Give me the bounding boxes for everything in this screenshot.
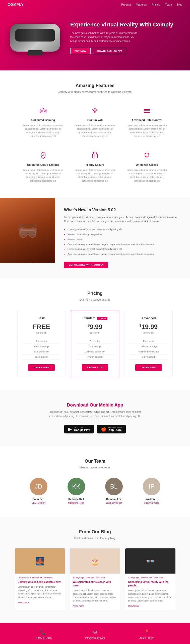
order-button-2[interactable]: ORDER NOW: [135, 364, 162, 371]
whats-new-item-1: Aenean commodo ligula eget dolor.: [64, 232, 182, 237]
nav-pricing[interactable]: Pricing: [152, 3, 160, 6]
pricing-feature-0-1: 100MB storage: [23, 344, 60, 349]
blog-post-1: 🎂 17 days ago · John Deo · 3min read We …: [70, 548, 120, 610]
feature-icon-1: [89, 105, 101, 116]
feature-item-4: Highly Secure Lorem ipsum dolor sit amet…: [72, 147, 118, 185]
features-section: Amazing Features Comply with plenty of a…: [0, 70, 190, 198]
blog-meta-2: 17 days ago · Kathrine Kaif · 3min read: [128, 577, 172, 579]
blog-post-2: 👓 17 days ago · Kathrine Kaif · 3min rea…: [125, 548, 175, 610]
order-button-0[interactable]: ORDER NOW: [28, 364, 55, 371]
nav-features[interactable]: Features: [136, 3, 147, 6]
footer-location-text: Austin, Texas: [140, 637, 154, 639]
pricing-feature-2-3: 24/7 support: [130, 354, 167, 360]
feature-icon-0: [37, 105, 49, 116]
team-member-3: IF Inza Farerri Customer Care: [135, 478, 168, 504]
svg-rect-5: [144, 109, 150, 110]
team-member-0: JD John Deo CEO, Comply: [22, 478, 55, 504]
pricing-feature-1-3: Priority support: [76, 354, 114, 360]
svg-rect-1: [43, 108, 44, 109]
blog-image-2: 👓: [125, 548, 175, 574]
feature-icon-3: [37, 149, 49, 161]
blog-meta-1: 17 days ago · John Deo · 3min read: [73, 577, 117, 579]
app-buttons: ▶ GET IT ON Google Play 🍎 Download on th…: [8, 425, 182, 433]
mobile-app-title: Download Our Mobile App: [8, 403, 182, 408]
whats-new-item-2: Aenean massa.: [64, 237, 182, 242]
hero-buttons: BUY NOW DOWNLOAD IOS APP: [70, 48, 182, 54]
whats-new-list: Lorem ipsum dolor sit amet, consectetur …: [64, 227, 182, 257]
svg-point-11: [145, 153, 146, 154]
hero-image: [8, 24, 63, 52]
blog-post-0: 🌉 11 days ago · Kathrine Kaif · 3min rea…: [15, 548, 65, 610]
nav-product[interactable]: Product: [121, 3, 131, 6]
google-play-button[interactable]: ▶ GET IT ON Google Play: [64, 425, 94, 433]
team-grid: JD John Deo CEO, Comply KK Kathrine Kaif…: [22, 478, 168, 504]
whats-new-title: What's New in Version 5.0?: [64, 208, 182, 212]
pricing-title: Pricing: [8, 291, 182, 296]
pricing-plan-advanced: Advanced $19.99 per month Free setupUnli…: [124, 310, 173, 377]
team-section: Our Team Meet our awesome team. JD John …: [0, 446, 190, 517]
nav-links: Product Features Pricing Team Blog: [121, 3, 182, 6]
whats-new-lead: Lorem ipsum dolor sit amet, consectetur …: [64, 215, 182, 223]
whats-new-item-5: Cum sociis natoque penatibus et magnis d…: [64, 252, 182, 257]
svg-point-13: [146, 156, 148, 158]
pricing-section: Pricing Our no-nonsense pricing. Basic F…: [0, 278, 190, 390]
whats-new-item-4: Lorem ipsum dolor sit amet, consectetur …: [64, 247, 182, 252]
svg-point-4: [94, 111, 96, 113]
feature-item-2: Advanced Rate Control Lorem ipsum dolor …: [123, 102, 170, 141]
footer: 📞 +1 (456) 87915 ✉ info@comply.com 📍 Aus…: [0, 623, 190, 644]
svg-rect-7: [144, 112, 150, 113]
mobile-app-section: Download Our Mobile App Lorem ipsum dolo…: [0, 390, 190, 446]
get-started-button[interactable]: GET STARTED WITH COMPLY: [64, 262, 108, 268]
blog-subtitle: The latest news from Comply blog.: [8, 537, 182, 540]
pricing-feature-2-0: Free setup: [130, 339, 167, 344]
pricing-feature-1-2: Unlimited bandwidth: [76, 349, 114, 354]
apple-icon: 🍎: [101, 427, 106, 431]
hero-description: The best gets even better. With 10 years…: [70, 31, 141, 43]
hero-heading: Experience Virtual Reality With Comply: [70, 21, 182, 28]
vr-headset-illustration: [10, 24, 60, 52]
svg-rect-6: [144, 110, 150, 111]
team-member-2: BL Brandon Lee Lead Developer: [98, 478, 130, 504]
blog-title: From Our Blog: [8, 529, 182, 535]
blog-image-0: 🌉: [15, 548, 65, 574]
team-avatar-3: IF: [143, 478, 160, 495]
feature-item-1: Built-in Wifi Lorem ipsum dolor sit amet…: [72, 102, 118, 141]
read-more-0[interactable]: Read more: [18, 601, 62, 604]
team-subtitle: Meet our awesome team.: [8, 466, 182, 469]
app-store-button[interactable]: 🍎 Download on the App Store: [97, 425, 126, 433]
team-avatar-2: BL: [105, 478, 123, 495]
team-title: Our Team: [8, 459, 182, 464]
whats-new-image: 🥽: [0, 198, 55, 263]
pricing-cards: Basic FREE per month Free setup100MB sto…: [17, 310, 173, 377]
pricing-subtitle: Our no-nonsense pricing.: [8, 298, 182, 301]
navbar: COMPLY Product Features Pricing Team Blo…: [0, 0, 190, 9]
feature-icon-5: [141, 149, 153, 161]
order-button-1[interactable]: ORDER NOW: [82, 364, 108, 371]
nav-team[interactable]: Team: [165, 3, 172, 6]
blog-excerpt-1: Lorem ipsum dolor sit amet, consectetur …: [73, 589, 117, 602]
blog-meta-0: 11 days ago · Kathrine Kaif · 3min read: [18, 577, 62, 579]
feature-item-0: Unlimited Gaming Lorem ipsum dolor sit a…: [20, 102, 67, 141]
footer-location: 📍 Austin, Texas: [123, 629, 170, 639]
pricing-feature-0-2: 1GB bandwidth: [23, 349, 60, 354]
read-more-2[interactable]: Read more: [128, 605, 172, 607]
team-member-1: KK Kathrine Kaif Marketing Head: [60, 478, 93, 504]
footer-info: 📞 +1 (456) 87915 ✉ info@comply.com 📍 Aus…: [20, 629, 170, 639]
download-ios-button[interactable]: DOWNLOAD IOS APP: [93, 48, 127, 54]
buy-now-button[interactable]: BUY NOW: [70, 48, 91, 54]
blog-image-1: 🎂: [70, 548, 120, 574]
read-more-1[interactable]: Read more: [73, 605, 117, 607]
blog-section: From Our Blog The latest news from Compl…: [0, 517, 190, 623]
nav-logo: COMPLY: [8, 3, 24, 7]
mobile-app-description: Lorem ipsum dolor sit amet, consectetur …: [47, 410, 143, 418]
pricing-feature-0-0: Free setup: [23, 339, 60, 344]
footer-email-text: info@comply.com: [85, 637, 105, 639]
features-subtitle: Comply with plenty of awesome features t…: [8, 90, 182, 93]
svg-point-2: [41, 110, 42, 112]
pricing-plan-basic: Basic FREE per month Free setup100MB sto…: [17, 310, 66, 377]
phone-icon: 📞: [40, 629, 46, 635]
pricing-feature-0-3: Basic support: [23, 354, 60, 360]
hero-content: Experience Virtual Reality With Comply T…: [63, 21, 182, 55]
location-icon: 📍: [144, 629, 150, 635]
nav-blog[interactable]: Blog: [177, 3, 182, 6]
